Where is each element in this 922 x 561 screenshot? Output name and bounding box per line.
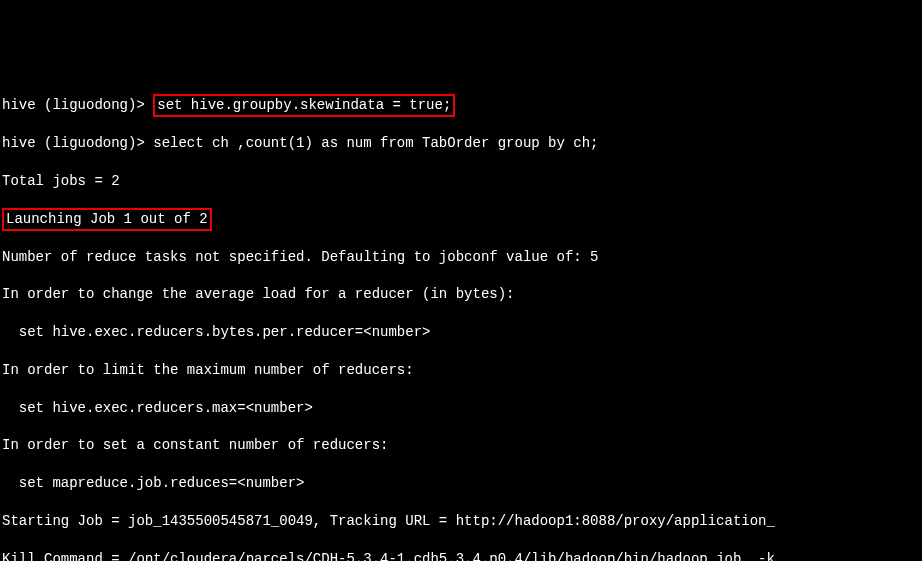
limit-reducers-hint-1: In order to limit the maximum number of … [2, 361, 922, 380]
set-reducers-max-1: set hive.exec.reducers.max=<number> [2, 399, 922, 418]
highlight-set-skewindata: set hive.groupby.skewindata = true; [153, 94, 455, 117]
total-jobs: Total jobs = 2 [2, 172, 922, 191]
launching-job-1: Launching Job 1 out of 2 [2, 210, 922, 229]
starting-job: Starting Job = job_1435500545871_0049, T… [2, 512, 922, 531]
set-job-reduces-1: set mapreduce.job.reduces=<number> [2, 474, 922, 493]
highlight-job1: Launching Job 1 out of 2 [2, 208, 212, 231]
constant-reducers-hint-1: In order to set a constant number of red… [2, 436, 922, 455]
set-bytes-per-reducer-1: set hive.exec.reducers.bytes.per.reducer… [2, 323, 922, 342]
query-line: hive (liguodong)> select ch ,count(1) as… [2, 134, 922, 153]
hive-prompt: hive (liguodong)> [2, 97, 153, 113]
terminal-output[interactable]: hive (liguodong)> set hive.groupby.skewi… [0, 76, 922, 561]
reduce-tasks-note-1: Number of reduce tasks not specified. De… [2, 248, 922, 267]
prompt-line: hive (liguodong)> set hive.groupby.skewi… [2, 96, 922, 115]
avg-load-hint-1: In order to change the average load for … [2, 285, 922, 304]
kill-command: Kill Command = /opt/cloudera/parcels/CDH… [2, 550, 922, 561]
